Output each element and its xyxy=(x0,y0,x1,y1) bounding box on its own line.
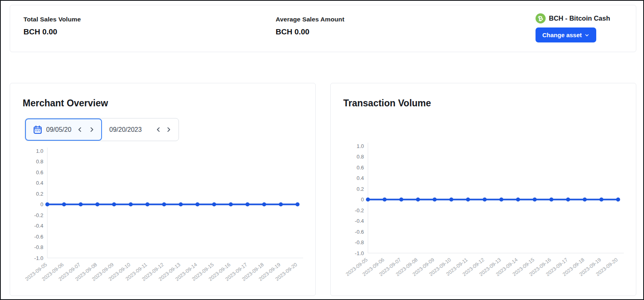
asset-row: ₿ BCH - Bitcoin Cash xyxy=(536,13,633,24)
summary-bar: Total Sales Volume BCH 0.00 Average Sale… xyxy=(10,5,636,52)
chevron-right-icon xyxy=(89,127,95,133)
bitcoin-glyph: ₿ xyxy=(538,15,544,22)
stat-total-sales-volume: Total Sales Volume BCH 0.00 xyxy=(23,16,81,36)
svg-text:0: 0 xyxy=(361,196,364,203)
svg-text:-0.2: -0.2 xyxy=(355,207,364,213)
chevron-down-icon xyxy=(584,33,589,38)
svg-text:1.0: 1.0 xyxy=(36,148,43,154)
chevron-right-icon xyxy=(166,127,172,133)
svg-text:-0.4: -0.4 xyxy=(34,223,43,229)
svg-text:0.2: 0.2 xyxy=(36,191,43,197)
stat-average-sales-amount: Average Sales Amount BCH 0.00 xyxy=(276,16,344,36)
chevron-left-icon xyxy=(77,127,83,133)
stat-value: BCH 0.00 xyxy=(23,27,81,36)
svg-text:0: 0 xyxy=(40,201,43,207)
svg-text:-1.0: -1.0 xyxy=(355,250,364,256)
end-date-next-button[interactable] xyxy=(165,126,172,133)
transaction-volume-chart: 1.00.80.60.40.20-0.2-0.4-0.6-0.8-1.02023… xyxy=(339,136,630,289)
svg-text:-0.8: -0.8 xyxy=(34,244,43,250)
start-date-value: 09/05/20 xyxy=(46,126,71,133)
svg-text:-0.2: -0.2 xyxy=(34,212,43,218)
start-date-next-button[interactable] xyxy=(88,126,96,133)
stat-label: Total Sales Volume xyxy=(23,16,81,23)
svg-text:0.8: 0.8 xyxy=(36,158,43,165)
start-date-field[interactable]: 09/05/20 xyxy=(25,118,102,141)
transaction-volume-card: Transaction Volume 1.00.80.60.40.20-0.2-… xyxy=(330,83,636,296)
change-asset-label: Change asset xyxy=(542,32,582,38)
merchant-overview-card: Merchant Overview 09/05/20 09/20/2023 xyxy=(10,83,316,296)
asset-selector: ₿ BCH - Bitcoin Cash Change asset xyxy=(536,13,633,42)
svg-text:0.6: 0.6 xyxy=(357,165,364,171)
end-date-field[interactable]: 09/20/2023 xyxy=(102,118,179,141)
start-date-prev-button[interactable] xyxy=(76,126,84,133)
asset-label: BCH - Bitcoin Cash xyxy=(549,15,610,22)
svg-text:0.4: 0.4 xyxy=(357,175,364,181)
svg-text:-0.6: -0.6 xyxy=(34,234,43,240)
svg-text:0.8: 0.8 xyxy=(357,154,364,160)
end-date-value: 09/20/2023 xyxy=(109,126,142,133)
svg-text:-0.4: -0.4 xyxy=(355,218,364,224)
chevron-left-icon xyxy=(155,127,162,133)
transaction-volume-title: Transaction Volume xyxy=(343,98,431,109)
end-date-prev-button[interactable] xyxy=(155,126,162,133)
calendar-icon xyxy=(33,125,42,134)
svg-text:-1.0: -1.0 xyxy=(34,255,43,261)
svg-text:-0.8: -0.8 xyxy=(355,239,364,245)
svg-text:1.0: 1.0 xyxy=(357,143,364,149)
stat-value: BCH 0.00 xyxy=(276,27,344,36)
bch-coin-icon: ₿ xyxy=(536,13,546,23)
svg-text:0.4: 0.4 xyxy=(36,180,43,186)
merchant-overview-title: Merchant Overview xyxy=(23,98,108,109)
dashboard: { "summary_bar": { "stats": [ { "label":… xyxy=(0,0,644,300)
merchant-overview-chart: 1.00.80.60.40.20-0.2-0.4-0.6-0.8-1.02023… xyxy=(18,141,310,294)
svg-text:-0.6: -0.6 xyxy=(355,229,364,235)
svg-text:0.2: 0.2 xyxy=(357,186,364,192)
date-range-picker: 09/05/20 09/20/2023 xyxy=(25,118,179,141)
change-asset-button[interactable]: Change asset xyxy=(536,27,596,42)
stat-label: Average Sales Amount xyxy=(276,16,344,23)
svg-text:0.6: 0.6 xyxy=(36,169,43,175)
